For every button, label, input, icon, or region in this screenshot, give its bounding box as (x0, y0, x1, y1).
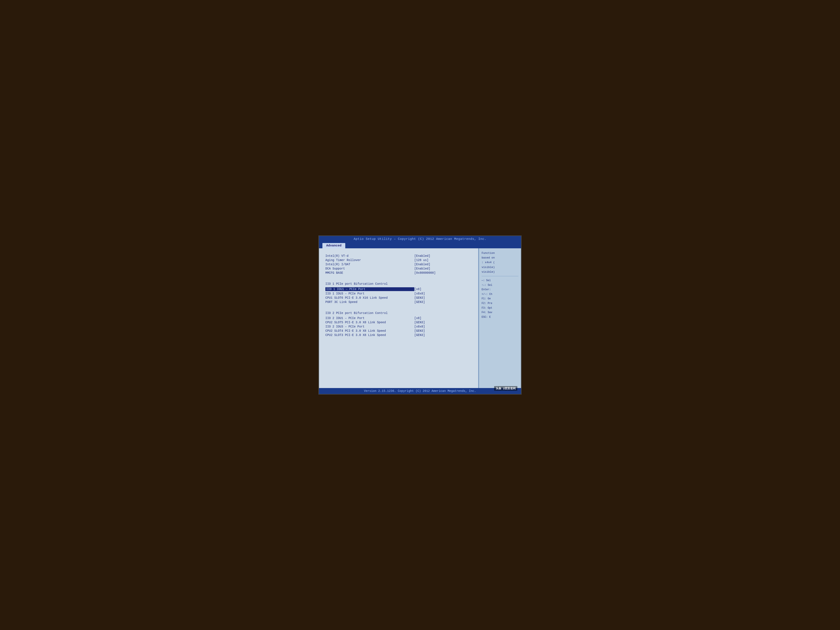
setting-value: [x8x8] (414, 325, 425, 328)
setting-label: CPU2 SLOT3 PCI-E 3.0 X8 Link Speed (325, 333, 414, 337)
setting-label: CPU2 SLOT4 PCI-E 3.0 X8 Link Speed (325, 329, 414, 333)
main-area: Intel(R) VT-d [Enabled] Aging Timer Roll… (319, 248, 521, 388)
setting-label: MMCFG BASE (325, 271, 414, 275)
help-text-2: : x4x4 ( (482, 261, 518, 264)
section2-header: IIO 2 PCIe port Bifurcation Control (325, 311, 472, 315)
key-esc: ESC: E (482, 315, 518, 320)
help-text-0: Function (482, 251, 518, 255)
key-f4: F4: Sav (482, 310, 518, 315)
tab-bar: Advanced (319, 242, 521, 248)
side-panel: Function based on : x4x4 ( visible) visi… (478, 248, 521, 388)
list-item[interactable]: IIO 1 IOU1 – PCIe Port [x8] (325, 287, 472, 291)
setting-label: PORT 3C Link Speed (325, 300, 414, 304)
setting-value: [GEN3] (414, 300, 425, 304)
setting-label: CPU1 SLOT6 PCI-E 3.0 X16 Link Speed (325, 296, 414, 300)
key-enter: Enter: (482, 287, 518, 292)
key-leftright: ↔: Sel (482, 278, 518, 283)
list-item[interactable]: IIO 1 IOU3 – PCIe Port [x8x8] (325, 292, 472, 295)
setting-value: [128 us] (414, 259, 428, 262)
setting-value: [x8] (414, 287, 422, 291)
setting-value: [Enabled] (414, 267, 430, 270)
setting-value: [Enabled] (414, 254, 430, 257)
title-bar: Aptio Setup Utility – Copyright (C) 2012… (319, 236, 521, 242)
setting-label: IIO 2 IOU1 – PCIe Port (325, 316, 414, 320)
setting-value: [GEN3] (414, 321, 425, 324)
list-item[interactable]: Aging Timer Rollover [128 us] (325, 259, 472, 262)
help-text-4: visible) (482, 270, 518, 274)
help-text-3: visible) (482, 265, 518, 269)
list-item[interactable]: PORT 3C Link Speed [GEN3] (325, 300, 472, 304)
help-text-1: based on (482, 256, 518, 260)
setting-value: [x8] (414, 316, 422, 320)
setting-value: [GEN3] (414, 296, 425, 300)
key-updown: ↑↓: Sel (482, 283, 518, 288)
list-item[interactable]: IIO 2 IOU1 – PCIe Port [x8] (325, 316, 472, 320)
setting-value: [Enabled] (414, 263, 430, 266)
setting-label: Intel(R) I/OAT (325, 263, 414, 266)
list-item[interactable]: CPU2 SLOT5 PCI-E 3.0 X8 Link Speed [GEN3… (325, 321, 472, 324)
status-bar: Version 2.15.1236. Copyright (C) 2012 Am… (319, 388, 521, 394)
list-item[interactable]: Intel(R) VT-d [Enabled] (325, 254, 472, 257)
setting-label: DCA Support (325, 267, 414, 270)
list-item[interactable]: Intel(R) I/OAT [Enabled] (325, 263, 472, 266)
key-f3: F3: Opt (482, 306, 518, 311)
content-panel: Intel(R) VT-d [Enabled] Aging Timer Roll… (319, 248, 478, 388)
list-item[interactable]: CPU2 SLOT3 PCI-E 3.0 X8 Link Speed [GEN3… (325, 333, 472, 337)
list-item[interactable]: DCA Support [Enabled] (325, 267, 472, 270)
tab-advanced[interactable]: Advanced (322, 243, 345, 248)
setting-value: [GEN3] (414, 329, 425, 333)
key-f2: F2: Pre (482, 301, 518, 306)
setting-label: Intel(R) VT-d (325, 254, 414, 257)
key-f1: F1: Ge (482, 297, 518, 301)
setting-value: [GEN3] (414, 333, 425, 337)
setting-label: IIO 2 IOU3 – PCIe Port (325, 325, 414, 328)
key-plusminus: +/–: Ch (482, 292, 518, 297)
list-item[interactable]: MMCFG BASE [0x80000000] (325, 271, 472, 275)
list-item[interactable]: CPU2 SLOT4 PCI-E 3.0 X8 Link Speed [GEN3… (325, 329, 472, 333)
setting-label: IIO 1 IOU3 – PCIe Port (325, 292, 414, 295)
setting-value: [x8x8] (414, 292, 425, 295)
setting-label: CPU2 SLOT5 PCI-E 3.0 X8 Link Speed (325, 321, 414, 324)
key-shortcuts: ↔: Sel ↑↓: Sel Enter: +/–: Ch F1: Ge F2:… (482, 278, 518, 319)
setting-value: [0x80000000] (414, 271, 436, 275)
section1-header: IIO 1 PCIe port Bifurcation Control (325, 282, 472, 286)
list-item[interactable]: IIO 2 IOU3 – PCIe Port [x8x8] (325, 325, 472, 328)
list-item[interactable]: CPU1 SLOT6 PCI-E 3.0 X16 Link Speed [GEN… (325, 296, 472, 300)
setting-label: Aging Timer Rollover (325, 259, 414, 262)
setting-label: IIO 1 IOU1 – PCIe Port (325, 287, 414, 291)
